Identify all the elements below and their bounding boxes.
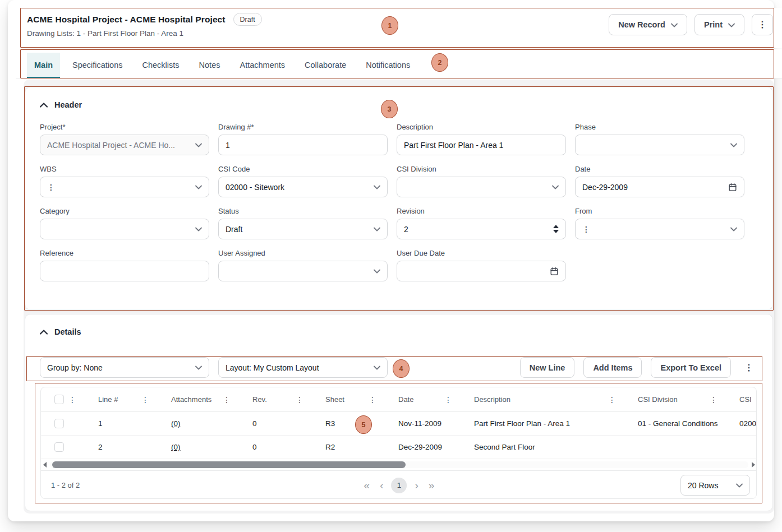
revision-input[interactable] [404,219,549,239]
from-select[interactable]: ⋮ [575,219,744,239]
column-header-line[interactable]: Line #⋮ [83,387,156,411]
cell-attachments: (0) [156,436,237,459]
drawing-number-input-wrap [218,135,388,155]
grid-more-actions-button[interactable]: ⋮ [740,363,758,372]
project-select[interactable]: ACME Hospital Project - ACME Ho... [40,135,209,155]
column-label: Sheet [325,395,344,404]
tab-attachments[interactable]: Attachments [232,53,292,77]
calendar-icon [728,183,737,192]
status-select[interactable]: Draft [218,219,388,239]
header-section-head[interactable]: Header [25,87,772,123]
column-menu-icon[interactable]: ⋮ [608,395,616,404]
table-row[interactable]: 1 (0) 0 R3 Nov-11-2009 Part First Floor … [41,412,757,436]
date-picker[interactable]: Dec-29-2009 [575,177,744,197]
field-label: Phase [575,123,744,131]
user-assigned-select[interactable] [218,261,388,281]
chevron-down-icon [671,23,678,27]
column-menu-icon[interactable]: ⋮ [369,395,376,404]
scroll-right-icon[interactable] [749,461,757,469]
column-header-description[interactable]: Description⋮ [459,387,623,411]
field-csi-division: CSI Division [397,165,566,197]
user-due-date-picker[interactable] [397,261,566,281]
column-header-rev[interactable]: Rev.⋮ [237,387,310,411]
column-menu-icon[interactable]: ⋮ [223,395,231,404]
new-record-button[interactable]: New Record [609,14,687,35]
new-line-button[interactable]: New Line [520,357,575,378]
reference-input[interactable] [47,261,202,281]
layout-select[interactable]: Layout: My Custom Layout [218,357,388,378]
column-header-date[interactable]: Date⋮ [383,387,459,411]
increment-icon[interactable] [553,225,559,228]
cell-csi [724,436,757,459]
tab-checklists[interactable]: Checklists [135,53,187,77]
attachments-link[interactable]: (0) [171,419,181,428]
attachments-link[interactable]: (0) [171,443,181,451]
tab-specifications[interactable]: Specifications [65,53,130,77]
column-menu-icon[interactable]: ⋮ [296,395,303,404]
add-items-button[interactable]: Add Items [583,357,642,378]
column-header-attachments[interactable]: Attachments⋮ [156,387,237,411]
column-menu-icon[interactable]: ⋮ [444,395,452,404]
details-section-head[interactable]: Details [25,314,772,350]
field-label: WBS [40,165,209,173]
table-row[interactable]: 2 (0) 0 R2 Dec-29-2009 Second Part Floor [41,436,757,459]
category-select[interactable] [40,219,209,239]
print-button[interactable]: Print [694,14,744,35]
field-drawing-number: Drawing #* [218,123,388,155]
more-actions-button[interactable]: ⋮ [752,14,773,35]
tab-main[interactable]: Main [27,53,60,77]
export-to-excel-button[interactable]: Export To Excel [651,357,731,378]
csi-code-select[interactable]: 02000 - Sitework [218,177,388,197]
rows-per-page-select[interactable]: 20 Rows [680,475,750,496]
field-label: CSI Code [218,165,388,173]
column-header-csi-division[interactable]: CSI Division⋮ [623,387,724,411]
revision-stepper [397,219,566,239]
tab-notes[interactable]: Notes [192,53,228,77]
row-checkbox[interactable] [54,419,64,428]
current-page-button[interactable]: 1 [392,478,407,493]
chevron-down-icon [195,366,202,370]
column-header-sheet[interactable]: Sheet⋮ [310,387,383,411]
decrement-icon[interactable] [553,230,559,233]
field-status: Status Draft [218,207,388,239]
kebab-icon: ⋮ [47,183,55,191]
group-by-select[interactable]: Group by: None [40,357,209,378]
chevron-down-icon [195,185,202,189]
last-page-icon[interactable]: » [426,480,437,491]
scroll-left-icon[interactable] [41,461,49,469]
select-all-checkbox[interactable] [54,395,64,404]
new-record-label: New Record [618,20,665,29]
details-section-title: Details [54,327,81,336]
field-wbs: WBS ⋮ [40,165,209,197]
field-label: Category [40,207,209,215]
first-page-icon[interactable]: « [362,480,372,491]
previous-page-icon[interactable]: ‹ [378,480,385,491]
column-menu-icon[interactable]: ⋮ [710,395,717,404]
scrollbar-thumb[interactable] [52,461,406,468]
field-label: Date [575,165,744,173]
tab-label: Collaborate [305,61,346,70]
page-title: ACME Hospital Project - ACME Hospital Pr… [27,15,226,25]
next-page-icon[interactable]: › [413,480,421,491]
description-input[interactable] [404,135,559,155]
tab-notifications[interactable]: Notifications [358,53,417,77]
column-header-csi[interactable]: CSI [724,387,757,411]
cell-date: Nov-11-2009 [383,412,459,435]
field-label: Reference [40,249,209,257]
scrollbar-track[interactable] [50,461,748,468]
field-label: Description [397,123,566,131]
phase-select[interactable] [575,135,744,155]
column-menu-icon[interactable]: ⋮ [141,395,149,404]
column-menu-icon[interactable]: ⋮ [68,395,76,404]
cell-csi: 02000 - Sitework [724,412,757,435]
csi-division-select[interactable] [397,177,566,197]
drawing-number-input[interactable] [226,135,380,155]
row-checkbox[interactable] [54,442,64,452]
column-label: Rev. [252,395,267,404]
description-input-wrap [397,135,566,155]
wbs-select[interactable]: ⋮ [40,177,209,197]
tab-collaborate[interactable]: Collaborate [297,53,353,77]
select-value: ACME Hospital Project - ACME Ho... [47,141,191,150]
select-value: Draft [226,225,369,234]
chevron-down-icon [374,269,380,274]
